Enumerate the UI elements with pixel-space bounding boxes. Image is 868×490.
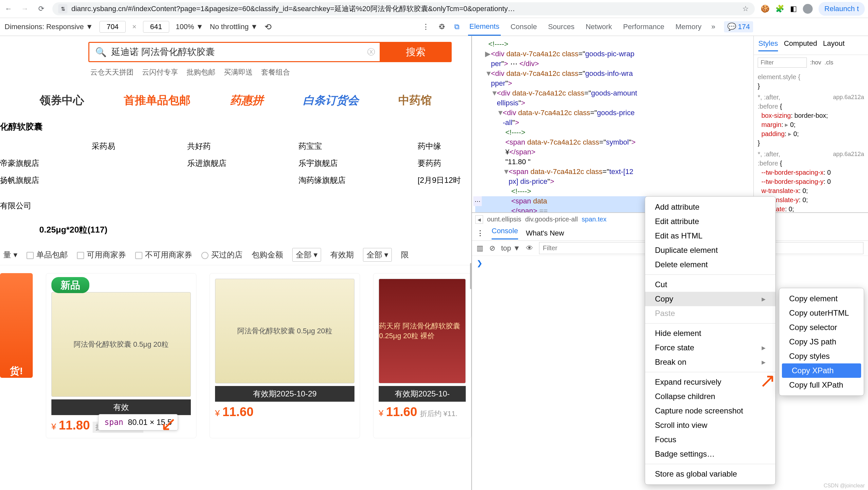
panels-overflow-icon[interactable]: » (711, 23, 715, 31)
tab-computed[interactable]: Computed (784, 39, 817, 51)
brand-link[interactable]: 采药易 (0, 141, 115, 152)
dom-line[interactable]: <!----> (511, 187, 531, 195)
ctx-copy-outerhtml[interactable]: Copy outerHTML (779, 306, 864, 320)
brand-link[interactable]: 药中缘 (417, 141, 461, 152)
brand-link[interactable]: 乐宇旗舰店 (299, 158, 346, 168)
ctx-expand[interactable]: Expand recursively (645, 375, 775, 389)
issues-badge[interactable]: 💬 174 (724, 21, 753, 32)
drawer-tab-whatsnew[interactable]: What's New (526, 229, 564, 237)
relaunch-button[interactable]: Relaunch t (818, 2, 865, 16)
cat-credit[interactable]: 白条订货会 (303, 93, 359, 108)
brand-link[interactable]: 淘药缘旗舰店 (299, 175, 346, 186)
filter-bought-store[interactable]: 买过的店 (201, 250, 243, 260)
product-card[interactable]: 药天府 阿法骨化醇软胶囊 0.25μg 20粒 裸价 有效期2025-10- ¥… (373, 273, 471, 438)
console-sidebar-toggle-icon[interactable]: ▥ (476, 244, 484, 253)
styles-filter-input[interactable] (758, 58, 807, 68)
ctx-collapse[interactable]: Collapse children (645, 389, 775, 404)
reload-button[interactable]: ⟳ (36, 4, 46, 14)
dom-tree[interactable]: <!----> ▶<div data-v-7ca4a12c class="goo… (472, 36, 753, 212)
forward-button[interactable]: → (20, 4, 30, 14)
brand-link[interactable]: [2月9日12时 (417, 175, 461, 186)
style-rule[interactable]: element.style { (758, 73, 800, 80)
star-icon[interactable]: ☆ (742, 5, 749, 13)
cls-toggle[interactable]: .cls (825, 59, 833, 66)
tab-sources[interactable]: Sources (547, 19, 576, 35)
drawer-tab-console[interactable]: Console (492, 227, 518, 239)
filter-freeship[interactable]: 单品包邮 (27, 250, 68, 260)
ctx-copy-styles[interactable]: Copy styles (779, 349, 864, 363)
tab-console[interactable]: Console (509, 19, 538, 35)
tab-performance[interactable]: Performance (622, 19, 666, 35)
extension-icon-1[interactable]: 🍪 (761, 5, 770, 13)
hotword[interactable]: 批购包邮 (187, 67, 215, 77)
crumb-scroll-left[interactable]: ◂ (475, 215, 483, 224)
ctx-hide[interactable]: Hide element (645, 326, 775, 340)
address-bar[interactable]: ⇅ dianrc.ysbang.cn/#/indexContent?page=1… (52, 2, 755, 15)
styles-body[interactable]: element.style { } *, :after,app.6a212a :… (754, 70, 868, 212)
ctx-add-attribute[interactable]: Add attribute (645, 200, 775, 214)
dimensions-label[interactable]: Dimensions: Responsive ▼ (5, 23, 93, 31)
viewport-width-input[interactable] (99, 21, 126, 33)
ctx-copy-full-xpath[interactable]: Copy full XPath (779, 378, 864, 392)
spec-line[interactable]: 0.25μg*20粒(117) (0, 217, 471, 245)
brand-link[interactable]: 帝豪旗舰店 (0, 158, 115, 168)
ctx-cut[interactable]: Cut (645, 277, 775, 292)
brand-link[interactable]: 乐进旗舰店 (187, 158, 226, 168)
hotword[interactable]: 买满即送 (224, 67, 253, 77)
ctx-break-on[interactable]: Break on▸ (645, 355, 775, 369)
ctx-copy-selector[interactable]: Copy selector (779, 320, 864, 335)
cat-coupons[interactable]: 领券中心 (40, 93, 84, 108)
search-button[interactable]: 搜索 (380, 42, 452, 62)
rotate-icon[interactable]: ⟲ (265, 22, 272, 32)
crumb-active[interactable]: span.tex (582, 216, 607, 223)
extensions-icon[interactable]: 🧩 (775, 5, 784, 13)
ctx-duplicate[interactable]: Duplicate element (645, 243, 775, 257)
clear-icon[interactable]: ⓧ (367, 47, 375, 57)
drawer-more-icon[interactable]: ⋮ (476, 229, 484, 237)
dom-line[interactable]: <!----> (505, 128, 525, 136)
tab-elements[interactable]: Elements (468, 18, 501, 36)
hotword[interactable]: 云仓天天拼团 (90, 67, 133, 77)
throttling-dropdown[interactable]: No throttling ▼ (210, 23, 258, 31)
filter-amount-select[interactable]: 全部 ▾ (292, 248, 321, 262)
ctx-copy-element[interactable]: Copy element (779, 291, 864, 306)
tab-layout[interactable]: Layout (823, 39, 844, 51)
ctx-copy-xpath[interactable]: Copy XPath (782, 363, 861, 378)
brand-link[interactable]: 药宝宝 (299, 141, 346, 152)
ctx-edit-attribute[interactable]: Edit attribute (645, 214, 775, 229)
cat-freeship[interactable]: 首推单品包邮 (124, 93, 190, 108)
hotword[interactable]: 云闪付专享 (142, 67, 178, 77)
cat-group[interactable]: 药惠拼 (230, 93, 264, 108)
device-more-icon[interactable]: ⋮ (422, 23, 429, 31)
sort-dropdown[interactable]: 量 ▾ (3, 250, 17, 260)
tab-styles[interactable]: Styles (758, 39, 778, 51)
ctx-edit-html[interactable]: Edit as HTML (645, 229, 775, 243)
ctx-force-state[interactable]: Force state▸ (645, 340, 775, 355)
back-button[interactable]: ← (3, 4, 14, 14)
context-selector[interactable]: top ▼ (501, 244, 520, 253)
dom-line[interactable]: <!----> (488, 40, 508, 48)
viewport-height-input[interactable] (143, 21, 169, 33)
product-card-partial[interactable]: 货! (0, 273, 33, 438)
crumb[interactable]: ount.ellipsis (487, 216, 521, 223)
ctx-screenshot[interactable]: Capture node screenshot (645, 404, 775, 418)
inspect-element-icon[interactable]: ⯐ (439, 23, 446, 31)
product-card[interactable]: 阿法骨化醇软胶囊 0.5μg 20粒 有效期2025-10-29 ¥ 11.60 (210, 273, 360, 438)
filter-nocoupon[interactable]: 不可用商家券 (135, 250, 192, 260)
ctx-focus[interactable]: Focus (645, 432, 775, 447)
brand-link[interactable]: 要药药 (417, 158, 461, 168)
profile-avatar[interactable] (803, 4, 813, 14)
ctx-delete[interactable]: Delete element (645, 257, 775, 272)
cat-tcm[interactable]: 中药馆 (398, 93, 432, 108)
live-expression-icon[interactable]: 👁 (526, 244, 533, 253)
brand-link[interactable]: 扬帆旗舰店 (0, 175, 115, 186)
brand-link[interactable]: 共好药 (187, 141, 226, 152)
zoom-dropdown[interactable]: 100% ▼ (176, 23, 203, 31)
clear-console-icon[interactable]: ⊘ (489, 244, 495, 253)
device-mode-icon[interactable]: ⧉ (454, 23, 460, 31)
hov-toggle[interactable]: :hov (810, 59, 821, 66)
ctx-store-global[interactable]: Store as global variable (645, 467, 775, 481)
tab-network[interactable]: Network (584, 19, 613, 35)
ctx-copy-jspath[interactable]: Copy JS path (779, 335, 864, 349)
ctx-copy[interactable]: Copy▸ (645, 292, 775, 306)
